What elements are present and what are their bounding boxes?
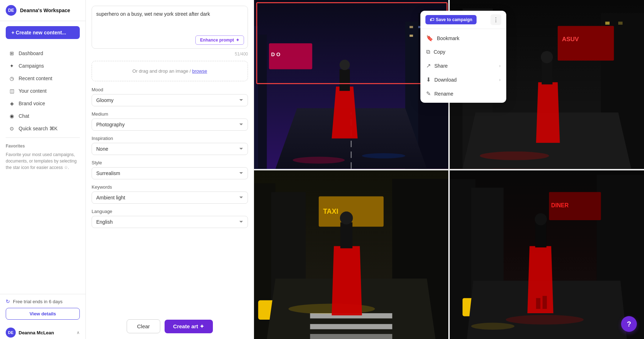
copy-label: Copy <box>434 49 501 55</box>
save-to-campaign-button[interactable]: 🏷 Save to campaign <box>425 15 477 24</box>
save-campaign-label: Save to campaign <box>436 17 472 22</box>
view-details-button[interactable]: View details <box>6 308 80 320</box>
svg-marker-55 <box>332 246 362 315</box>
menu-item-rename[interactable]: ✎ Rename <box>420 87 506 101</box>
user-info: DE Deanna McLean <box>6 328 54 338</box>
svg-rect-72 <box>542 296 547 309</box>
create-new-content-button[interactable]: + Create new content... <box>6 26 80 39</box>
svg-rect-53 <box>310 334 392 339</box>
context-menu-overlay: 🏷 Save to campaign ⋮ 🔖 Bookmark ⧉ Copy ↗… <box>254 0 644 170</box>
style-group: Style Surrealism <box>92 160 248 179</box>
sidebar-item-campaigns[interactable]: ✦ Campaigns <box>3 60 83 72</box>
upload-area[interactable]: Or drag and drop an image / browse <box>92 61 248 81</box>
sidebar-item-dashboard[interactable]: ⊞ Dashboard <box>3 47 83 59</box>
sidebar-item-brand-voice[interactable]: ◈ Brand voice <box>3 97 83 110</box>
rename-label: Rename <box>434 91 501 97</box>
enhance-prompt-button[interactable]: Enhance prompt ✦ <box>195 35 244 45</box>
svg-point-67 <box>506 315 584 324</box>
svg-point-68 <box>471 323 514 329</box>
svg-rect-56 <box>340 222 352 248</box>
download-arrow: › <box>499 77 501 82</box>
bookmark-label: Bookmark <box>437 35 501 41</box>
svg-rect-52 <box>310 324 392 329</box>
svg-text:TAXI: TAXI <box>323 207 338 215</box>
medium-group: Medium Photography <box>92 111 248 131</box>
medium-label: Medium <box>92 111 248 117</box>
workspace-avatar: DE <box>6 5 16 16</box>
favorites-title: Favorites <box>6 144 80 149</box>
sidebar-item-label: Quick search ⌘K <box>19 126 58 131</box>
share-label: Share <box>434 63 496 69</box>
sidebar-item-recent[interactable]: ◷ Recent content <box>3 72 83 84</box>
image-grid-area: D O <box>254 0 644 339</box>
menu-item-copy[interactable]: ⧉ Copy <box>420 45 506 59</box>
context-menu-header: 🏷 Save to campaign ⋮ <box>420 11 506 29</box>
svg-point-54 <box>288 304 375 314</box>
search-icon: ⊙ <box>9 125 15 132</box>
image-bottom-left[interactable]: TAXI <box>254 170 448 339</box>
mood-select[interactable]: Gloomy <box>92 94 248 106</box>
share-icon: ↗ <box>426 62 431 69</box>
copy-icon: ⧉ <box>426 49 430 55</box>
keywords-label: Keywords <box>92 184 248 190</box>
inspiration-select[interactable]: None <box>92 143 248 155</box>
user-avatar: DE <box>6 328 16 338</box>
sidebar-item-quick-search[interactable]: ⊙ Quick search ⌘K <box>3 122 83 135</box>
medium-select[interactable]: Photography <box>92 118 248 131</box>
favorites-text: Favorite your most used campaigns, docum… <box>6 151 80 171</box>
mood-group: Mood Gloomy <box>92 87 248 106</box>
red-border-highlight <box>256 2 448 84</box>
menu-items: 🔖 Bookmark ⧉ Copy ↗ Share › ⬇ Download › <box>420 29 506 103</box>
clear-button[interactable]: Clear <box>127 319 160 333</box>
style-select[interactable]: Surrealism <box>92 167 248 179</box>
image-bottom-right[interactable]: DINER <box>450 170 644 339</box>
rename-icon: ✎ <box>426 90 431 97</box>
svg-marker-69 <box>527 246 553 313</box>
sidebar-item-label: Your content <box>19 88 47 94</box>
menu-item-download[interactable]: ⬇ Download › <box>420 73 506 87</box>
sidebar-header: DE Deanna's Workspace <box>0 0 86 21</box>
menu-item-bookmark[interactable]: 🔖 Bookmark <box>420 31 506 45</box>
bookmark-icon: 🔖 <box>426 35 433 42</box>
sidebar-item-your-content[interactable]: ◫ Your content <box>3 85 83 97</box>
share-arrow: › <box>499 63 501 68</box>
language-select[interactable]: English <box>92 216 248 228</box>
help-button[interactable]: ? <box>621 316 637 332</box>
save-campaign-icon: 🏷 <box>430 17 434 22</box>
recent-icon: ◷ <box>9 75 15 82</box>
inspiration-group: Inspiration None <box>92 136 248 155</box>
more-options-button[interactable]: ⋮ <box>491 14 501 25</box>
create-art-button[interactable]: Create art ✦ <box>165 320 213 333</box>
brand-voice-icon: ◈ <box>9 100 15 107</box>
style-label: Style <box>92 160 248 165</box>
download-icon: ⬇ <box>426 76 431 83</box>
workspace-name: Deanna's Workspace <box>20 8 70 13</box>
user-name: Deanna McLean <box>19 330 54 335</box>
trial-icon: ↻ <box>6 299 10 304</box>
upload-browse-link[interactable]: browse <box>192 68 207 74</box>
upload-text: Or drag and drop an image / <box>132 68 191 74</box>
chevron-up-icon: ∧ <box>77 330 80 335</box>
sidebar-bottom: ↻ Free trial ends in 6 days View details <box>0 294 86 324</box>
svg-point-57 <box>340 211 353 224</box>
sidebar-item-chat[interactable]: ◉ Chat <box>3 110 83 122</box>
menu-item-share[interactable]: ↗ Share › <box>420 59 506 73</box>
sidebar-item-label: Brand voice <box>19 101 45 106</box>
keywords-select[interactable]: Ambient light <box>92 192 248 204</box>
user-row: DE Deanna McLean ∧ <box>0 324 86 339</box>
campaigns-icon: ✦ <box>9 63 15 69</box>
language-label: Language <box>92 209 248 214</box>
svg-point-73 <box>535 213 547 225</box>
char-count: 51/400 <box>92 52 248 57</box>
nav-items: ⊞ Dashboard ✦ Campaigns ◷ Recent content… <box>0 44 86 294</box>
enhance-prompt-label: Enhance prompt <box>200 38 234 43</box>
sidebar-item-label: Dashboard <box>19 50 43 56</box>
bottom-actions: Clear Create art ✦ <box>92 319 248 333</box>
your-content-icon: ◫ <box>9 88 15 94</box>
main-panel: superhero on a busy, wet new york street… <box>86 0 254 339</box>
svg-rect-71 <box>536 298 540 309</box>
sidebar-item-label: Chat <box>19 113 29 119</box>
trial-text: Free trial ends in 6 days <box>13 299 63 304</box>
mood-label: Mood <box>92 87 248 92</box>
download-label: Download <box>434 77 496 83</box>
